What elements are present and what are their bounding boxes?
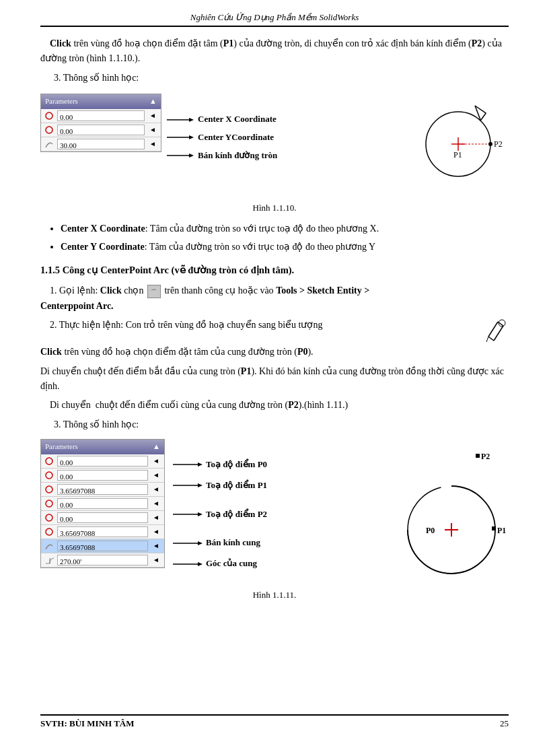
label2-text: Center YCoordinate — [198, 131, 274, 145]
label2-row: Center YCoordinate — [167, 131, 277, 145]
param-arrow-1: ◄ — [147, 110, 158, 121]
svg-text:P2: P2 — [481, 452, 490, 461]
label1-row: Center X Coordinate — [167, 112, 277, 127]
fig1-caption: Hình 1.1.10. — [40, 201, 509, 215]
param-arrow-3: ◄ — [147, 139, 158, 149]
param-icon-arc-1 — [44, 139, 54, 149]
arrow-3 — [167, 151, 194, 160]
fig2-label2-row: Toạ độ điểm P1 — [173, 479, 267, 493]
page: Nghiên Cứu Ứng Dụng Phần Mềm SolidWorks … — [0, 0, 549, 756]
fig2-label3: Toạ độ điểm P2 — [206, 508, 267, 522]
params-box-2-wrap: Parameters ▲ 0.00 ◄ 0.00 ◄ — [40, 439, 165, 568]
p2-row-5: 0.00 ◄ — [41, 511, 164, 525]
svg-point-26 — [46, 486, 52, 493]
footer-page: 25 — [500, 718, 509, 729]
svg-point-1 — [46, 127, 52, 133]
step2-line3: Di chuyển chuột đến điểm cuối cùng của c… — [40, 398, 509, 413]
fig2-label4: Bán kính cung — [206, 536, 260, 550]
fig2-labels: Toạ độ điểm P0 Toạ độ điểm P1 Toạ độ điể… — [173, 458, 267, 571]
svg-point-25 — [46, 472, 52, 479]
svg-point-0 — [46, 112, 52, 119]
section-title: 1.1.5 Công cụ CenterPoint Arc (vẽ đường … — [40, 263, 509, 278]
arc-diagram: P0 P1 P2 — [398, 439, 509, 582]
param-input-3[interactable]: 30.00 — [57, 139, 145, 149]
fig2-label2: Toạ độ điểm P1 — [206, 479, 267, 493]
step2-line2: Di chuyển chuột đến điểm bắt đầu của cun… — [40, 364, 509, 394]
p2-row-8: 270.00' ◄ — [41, 553, 164, 568]
svg-line-17 — [480, 112, 486, 121]
label3-row: Bán kính đường tròn — [167, 149, 277, 163]
fig2-caption: Hình 1.1.11. — [40, 588, 509, 603]
arrow-1 — [167, 116, 194, 124]
fig2-label3-row: Toạ độ điểm P2 — [173, 508, 267, 522]
svg-line-18 — [488, 322, 498, 337]
para2-label: 3. Thông số hình học: — [54, 71, 509, 85]
centerppoint-arc: Centerppoint Arc. — [40, 301, 114, 311]
bold-click: Click — [50, 38, 71, 48]
params-box-1: Parameters ▲ 0.00 ◄ — [40, 94, 161, 152]
tools-menu: Tools > Sketch Entity > — [276, 285, 369, 296]
svg-text:P1: P1 — [497, 526, 506, 535]
p2-row-7: 3.65697088 ◄ — [41, 539, 164, 553]
svg-text:P2: P2 — [494, 139, 503, 149]
param-input-2[interactable]: 0.00 — [57, 125, 145, 135]
fig2-label5: Góc của cung — [206, 557, 257, 571]
svg-point-29 — [46, 528, 52, 535]
svg-point-24 — [46, 458, 52, 465]
p2-row-3: 3.65697088 ◄ — [41, 483, 164, 497]
svg-text:P0: P0 — [426, 526, 435, 535]
svg-marker-5 — [189, 135, 194, 139]
step3-label: 3. Thông số hình học: — [54, 417, 509, 432]
fig2-label1-row: Toạ độ điểm P0 — [173, 458, 267, 472]
svg-line-20 — [494, 326, 503, 341]
param-input-1[interactable]: 0.00 — [57, 110, 145, 121]
footer-author: SVTH: BÙI MINH TÂM — [40, 718, 135, 729]
p2-row-2: 0.00 ◄ — [41, 469, 164, 483]
svg-marker-31 — [198, 462, 203, 467]
fig2-label1: Toạ độ điểm P0 — [206, 458, 267, 472]
fig1-labels: Center X Coordinate Center YCoordinate B… — [167, 112, 277, 162]
svg-point-27 — [46, 500, 52, 507]
arc-svg: P0 P1 P2 — [398, 439, 509, 577]
param-icon-circle-1 — [44, 110, 54, 121]
step2-line1: Click trên vùng đồ hoạ chọn điểm đặt tâm… — [40, 345, 509, 359]
label1-text: Center X Coordinate — [198, 112, 277, 127]
bullet-list: Center X Coordinate: Tâm của đường tròn … — [61, 221, 509, 254]
page-footer: SVTH: BÙI MINH TÂM 25 — [40, 714, 509, 729]
figure-1-container: Parameters ▲ 0.00 ◄ — [40, 94, 509, 193]
p2-row-4: 0.00 ◄ — [41, 497, 164, 511]
param-arrow-2: ◄ — [147, 125, 158, 135]
param-icon-circle-2 — [44, 125, 54, 135]
arrow-2 — [167, 133, 194, 141]
step2-intro: 2. Thực hiện lệnh: Con trỏ trên vùng đồ … — [40, 318, 480, 333]
svg-text:P1: P1 — [453, 150, 462, 160]
step1-para: 1. Gọi lệnh: Click chọn ⌒ trên thanh côn… — [40, 283, 509, 314]
svg-marker-7 — [189, 153, 194, 158]
params-row-2: 0.00 ◄ — [41, 123, 161, 137]
svg-line-22 — [486, 337, 488, 342]
params-box-2: Parameters ▲ 0.00 ◄ 0.00 ◄ — [40, 439, 165, 568]
params-header-1: Parameters ▲ — [41, 94, 161, 109]
tool-icon-inline: ⌒ — [147, 285, 161, 298]
circle-svg: P1 P2 — [414, 94, 509, 188]
bullet-1: Center X Coordinate: Tâm của đường tròn … — [61, 221, 509, 236]
p2-row-1: 0.00 ◄ — [41, 454, 164, 469]
params-row-1: 0.00 ◄ — [41, 109, 161, 123]
cursor-svg — [483, 316, 509, 342]
svg-point-13 — [488, 142, 492, 146]
svg-rect-46 — [476, 454, 480, 458]
svg-marker-35 — [198, 512, 203, 516]
page-header: Nghiên Cứu Ứng Dụng Phần Mềm SolidWorks — [40, 12, 509, 27]
bullet-2: Center Y Coordinate: Tâm của đường tròn … — [61, 240, 509, 254]
svg-line-21 — [488, 337, 494, 341]
step2-cursor-row: 2. Thực hiện lệnh: Con trỏ trên vùng đồ … — [40, 318, 509, 342]
svg-rect-44 — [492, 526, 496, 530]
svg-point-28 — [46, 514, 52, 521]
svg-marker-37 — [198, 541, 203, 545]
circle-diagram: P1 P2 — [414, 94, 509, 193]
para1: Click trên vùng đồ hoạ chọn điểm đặt tâm… — [40, 36, 509, 67]
label3-text: Bán kính đường tròn — [198, 149, 277, 163]
p2-row-6: 3.65697088 ◄ — [41, 525, 164, 539]
svg-marker-3 — [189, 118, 194, 122]
params-row-3: 30.00 ◄ — [41, 137, 161, 151]
